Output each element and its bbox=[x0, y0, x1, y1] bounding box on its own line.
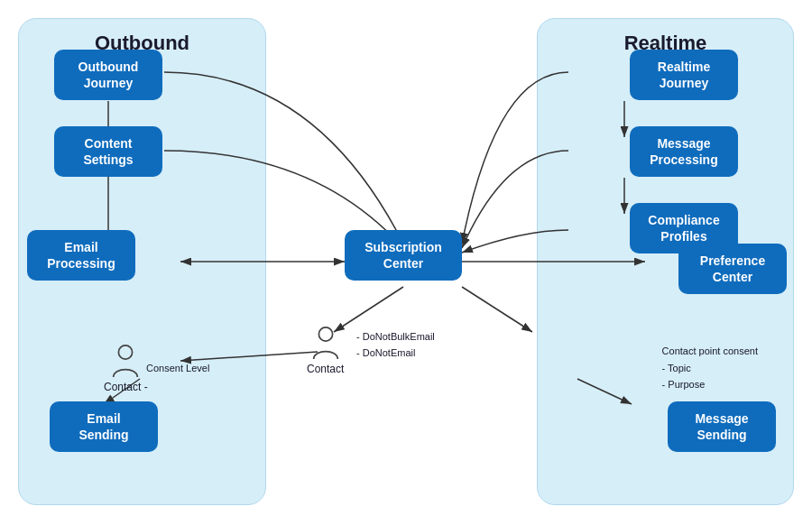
subscription-center-box: Subscription Center bbox=[345, 230, 462, 281]
contact-icon-center: Contact bbox=[307, 325, 344, 375]
outbound-journey-box: Outbound Journey bbox=[54, 50, 162, 100]
consent-level-label: Consent Level bbox=[146, 363, 209, 373]
email-processing-box: Email Processing bbox=[27, 230, 135, 281]
contact-details-center: - DoNotBulkEmail - DoNotEmail bbox=[356, 329, 435, 361]
contact-details-right: Contact point consent - Topic - Purpose bbox=[662, 343, 758, 393]
realtime-journey-box: Realtime Journey bbox=[630, 50, 738, 100]
preference-center-box: Preference Center bbox=[678, 244, 787, 294]
contact-detail-line2: - DoNotEmail bbox=[356, 345, 435, 362]
svg-point-14 bbox=[119, 345, 133, 359]
right-detail-line1: - Topic bbox=[662, 360, 758, 377]
contact-detail-line1: - DoNotBulkEmail bbox=[356, 329, 435, 345]
right-detail-line0: Contact point consent bbox=[662, 343, 758, 360]
contact-left-label: Contact - bbox=[104, 381, 148, 393]
svg-line-11 bbox=[462, 287, 532, 332]
message-sending-box: Message Sending bbox=[668, 401, 776, 452]
contact-icon-left: Contact - bbox=[104, 343, 148, 393]
svg-line-5 bbox=[334, 287, 403, 332]
right-detail-line2: - Purpose bbox=[662, 376, 758, 393]
content-settings-box: Content Settings bbox=[54, 126, 162, 177]
diagram-container: Outbound Realtime bbox=[0, 0, 812, 525]
message-processing-box: Message Processing bbox=[630, 126, 738, 177]
contact-center-label: Contact bbox=[307, 363, 344, 375]
email-sending-box: Email Sending bbox=[50, 401, 158, 452]
svg-point-13 bbox=[318, 327, 332, 341]
